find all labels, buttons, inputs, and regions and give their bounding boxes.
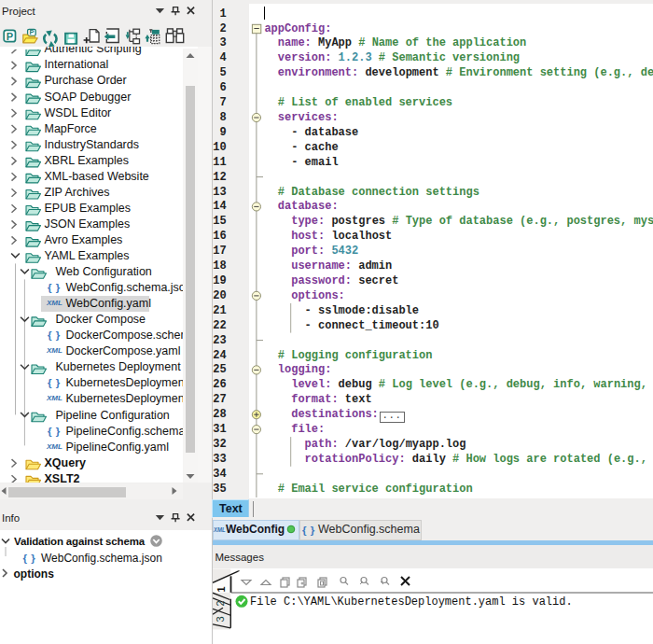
svg-text:P: P xyxy=(7,31,13,42)
svg-text:3: 3 xyxy=(215,616,226,622)
svg-text:2: 2 xyxy=(215,600,226,606)
svg-text:1: 1 xyxy=(215,586,227,592)
svg-text:P: P xyxy=(29,28,34,36)
